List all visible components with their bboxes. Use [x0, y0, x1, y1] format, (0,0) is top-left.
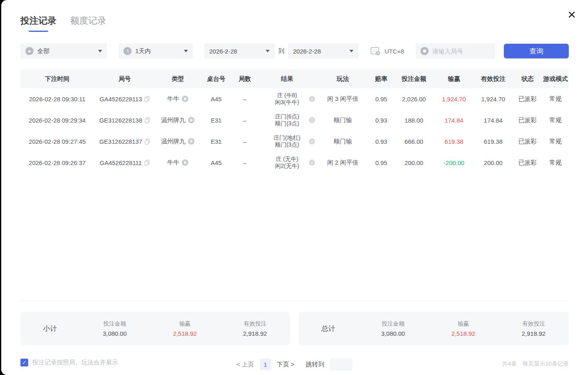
round-id: GA4526228113: [100, 96, 142, 103]
bet-amount: 666.00: [393, 131, 434, 152]
status: 已派彩: [513, 109, 542, 131]
date-to-picker[interactable]: 2026-2-28: [288, 43, 358, 59]
tab-quota-records[interactable]: 额度记录: [70, 15, 106, 32]
win-loss: 174.84: [434, 109, 474, 131]
tab-bar: 投注记录 额度记录: [20, 15, 106, 32]
prev-page-button[interactable]: < 上页: [237, 361, 254, 368]
rounds: –: [232, 88, 257, 109]
round-search-input[interactable]: [432, 48, 485, 55]
rounds: –: [232, 131, 257, 152]
filter-bar: ♠ 全部 1天内 2026-2-28 到 2026-2-28: [20, 43, 569, 59]
game-type-cell: 温州牌九: [155, 131, 200, 152]
next-page-button[interactable]: 下页 >: [277, 361, 295, 368]
time-range-select[interactable]: 1天内: [118, 43, 193, 59]
round-id-cell: GA4526228111: [94, 152, 155, 173]
status: 已派彩: [513, 131, 542, 152]
date-to-value: 2026-2-28: [293, 48, 321, 55]
col-header-valid-bet: 有效投注: [474, 69, 513, 88]
info-icon[interactable]: i: [309, 96, 315, 102]
table-row: 2026-02-28 09:26:37 GA4526228111 牛牛 A45 …: [20, 152, 569, 173]
info-icon[interactable]: i: [309, 117, 315, 123]
col-header-result: 结果: [257, 69, 317, 88]
game-mode: 常规: [542, 131, 569, 152]
current-page-number[interactable]: 1: [260, 359, 271, 370]
table-row: 2026-02-28 09:27:45 GE3126228137 温州牌九 E3…: [20, 131, 569, 152]
result-line2: 顺门(3点): [275, 120, 299, 127]
copy-icon[interactable]: [145, 117, 150, 123]
date-from-value: 2026-2-28: [209, 48, 237, 55]
info-icon[interactable]: i: [309, 160, 315, 166]
status: 已派彩: [513, 88, 542, 109]
game-type: 温州牌九: [161, 138, 186, 145]
footer-bar: ✓ 投注记录按照局、玩法合并展示 < 上页 1 下页 > 跳转到 共4条 每页显…: [1, 357, 588, 372]
subtotal-win-loss: 输赢 2,518.92: [150, 320, 220, 337]
copy-icon[interactable]: [144, 96, 150, 102]
record-counts: 共4条 每页显示10条记录: [502, 360, 569, 368]
bet-records-table: 下注时间 局号 类型 桌台号 局数 结果 玩法 赔率 投注金额 输赢 有效投注 …: [20, 69, 569, 301]
total-valid-bet: 有效投注 2,918.92: [499, 320, 569, 337]
game-mode: 常规: [542, 109, 569, 131]
tab-bet-records-label: 投注记录: [20, 16, 56, 26]
play-video-icon[interactable]: [182, 159, 188, 166]
win-loss: -200.00: [434, 152, 474, 173]
close-icon[interactable]: ×: [568, 7, 576, 21]
result-cell: 庄 (牛8) 闲3(牛牛) i: [257, 88, 317, 109]
col-header-bet-amount: 投注金额: [393, 69, 434, 88]
play-video-icon[interactable]: [188, 138, 195, 145]
chevron-down-icon: [349, 50, 353, 52]
game-type: 温州牌九: [161, 116, 186, 124]
bet-records-modal: × 投注记录 额度记录 ♠ 全部 1天内 2026-2-28 到 2026: [1, 0, 588, 375]
info-icon[interactable]: i: [309, 138, 315, 145]
game-mode: 常规: [542, 88, 569, 109]
result-line2: 顺门(3点): [275, 141, 299, 148]
bet-time: 2026-02-28 09:27:45: [20, 131, 94, 152]
total-label: 总计: [299, 324, 358, 333]
total-bet-amount: 投注金额 3,080.00: [358, 320, 428, 337]
round-icon: [420, 47, 429, 55]
copy-icon[interactable]: [144, 160, 150, 166]
rounds: –: [232, 152, 257, 173]
table-row: 2026-02-28 09:30:11 GA4526228113 牛牛 A45 …: [20, 88, 569, 109]
result-line1: 庄 (牛8): [277, 92, 297, 99]
chevron-down-icon: [266, 50, 270, 52]
col-header-odds: 赔率: [369, 69, 393, 88]
total-records: 共4条: [502, 360, 517, 368]
round-id-cell: GE3126228137: [94, 131, 155, 152]
subtotal-card: 小计 投注金额 3,080.00 输赢 2,518.92 有效投注 2,918.…: [20, 312, 290, 345]
subtotal-valid-bet: 有效投注 2,918.92: [220, 320, 290, 337]
game-type-select[interactable]: ♠ 全部: [20, 43, 107, 59]
result-line1: 庄 (无牛): [276, 156, 298, 163]
round-id-cell: GA4526228113: [94, 88, 155, 109]
table-no: A45: [200, 152, 232, 173]
active-tab-underline: [29, 31, 48, 32]
tab-bet-records[interactable]: 投注记录: [20, 15, 56, 32]
timezone-display: UTC+8: [370, 46, 404, 56]
play-video-icon[interactable]: [188, 117, 195, 123]
page-size-info: 每页显示10条记录: [522, 360, 569, 368]
query-button[interactable]: 查询: [504, 44, 569, 58]
col-header-win-loss: 输赢: [434, 69, 474, 88]
date-to-label: 到: [278, 47, 284, 55]
chevron-down-icon: [184, 50, 188, 52]
play-video-icon[interactable]: [182, 96, 188, 102]
game-type: 牛牛: [167, 159, 179, 167]
result-cell: 庄门(6点) 顺门(3点) i: [257, 109, 317, 131]
copy-icon[interactable]: [145, 138, 150, 145]
col-header-game-mode: 游戏模式: [542, 69, 569, 88]
result-cell: 庄门(地杠) 顺门(3点) i: [257, 131, 317, 152]
valid-bet: 619.38: [474, 131, 513, 152]
rounds: –: [232, 109, 257, 131]
odds: 0.93: [369, 109, 393, 131]
game-type-cell: 温州牌九: [155, 109, 200, 131]
odds: 0.95: [369, 152, 393, 173]
bet-time: 2026-02-28 09:30:11: [20, 88, 94, 109]
round-search[interactable]: [416, 43, 495, 59]
table-no: E31: [200, 131, 232, 152]
col-header-bet-time: 下注时间: [20, 69, 94, 88]
play-type: 闲 2 闲平倍: [317, 152, 369, 173]
date-from-picker[interactable]: 2026-2-28: [204, 43, 275, 59]
spade-icon: ♠: [25, 47, 34, 55]
subtotal-bet-amount: 投注金额 3,080.00: [80, 320, 150, 337]
calendar-clock-icon: [370, 46, 381, 56]
jump-to-page-input[interactable]: [330, 358, 353, 371]
